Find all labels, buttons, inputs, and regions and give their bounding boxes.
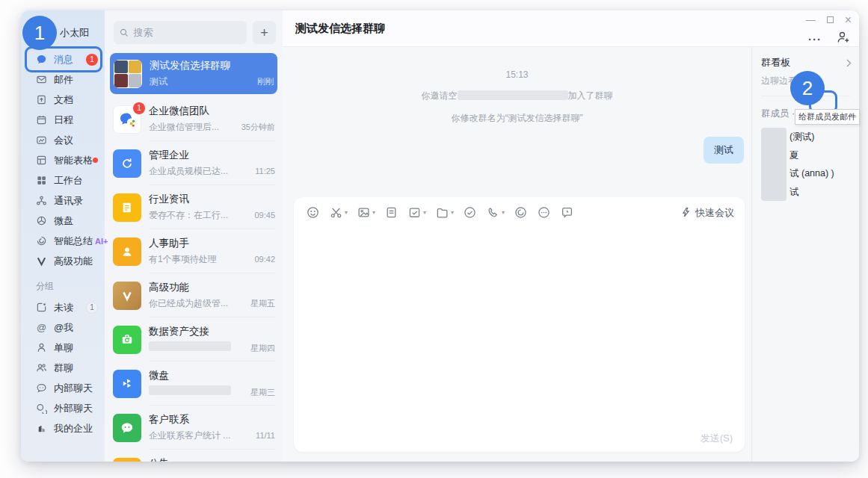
table-icon (36, 155, 47, 166)
call-button[interactable]: ▾ (486, 205, 505, 220)
chat-title: 微盘 (149, 369, 275, 382)
sidebar-item-at-me[interactable]: @ @我 (21, 317, 105, 338)
todo-button[interactable] (463, 205, 477, 220)
meeting-app-button[interactable] (514, 205, 528, 220)
add-member-button[interactable] (837, 31, 850, 47)
chat-list-item-selected[interactable]: 测试发信选择群聊 测试刚刚 (110, 53, 277, 94)
chat-more-button[interactable]: ··· (808, 33, 822, 46)
sidebar-item-label: 高级功能 (54, 255, 93, 268)
sidebar-item-label: 会议 (54, 134, 73, 147)
industry-news-avatar (113, 193, 141, 222)
message-timestamp: 15:13 (283, 69, 751, 80)
chat-list-item-advanced-features[interactable]: 高级功能 你已经成为超级管...星期五 (105, 273, 283, 317)
sidebar-item-drive[interactable]: 微盘 (21, 211, 105, 231)
chat-list-item-industry-news[interactable]: 行业资讯 爱存不存：在工行...09:45 (105, 185, 283, 229)
image-button[interactable]: ▾ (357, 205, 375, 220)
chat-time: 35分钟前 (241, 122, 275, 133)
search-input[interactable] (133, 27, 241, 38)
sidebar-item-internal-chat[interactable]: 内部聊天 (21, 378, 105, 398)
sidebar-item-group-chat[interactable]: 群聊 (21, 358, 105, 378)
chat-preview: 有1个事项待处理 (149, 253, 250, 266)
sidebar-item-advanced[interactable]: 高级功能 (21, 251, 105, 271)
sent-message-bubble[interactable]: 测试 (704, 137, 744, 164)
sidebar-item-unread[interactable]: 未读 1 (21, 297, 105, 317)
caret-down-icon: ▾ (372, 209, 375, 216)
chat-header-title: 测试发信选择群聊 (295, 22, 385, 36)
member-name[interactable]: (测试) (789, 128, 834, 146)
check-circle-icon (463, 205, 477, 220)
at-icon: @ (36, 322, 47, 333)
chat-preview: 企业微信管理后... (149, 121, 237, 134)
advanced-features-avatar (113, 282, 141, 310)
phone-icon (486, 205, 500, 220)
chat-list-item-hr-assistant[interactable]: 人事助手 有1个事项待处理09:42 (105, 229, 283, 273)
sidebar-item-mail[interactable]: 邮件 (21, 69, 105, 90)
emoji-icon (306, 205, 320, 220)
chat-list-item-manage-company[interactable]: 管理企业 企业成员规模已达...11:25 (105, 141, 283, 185)
sidebar-item-docs[interactable]: 文档 (21, 90, 105, 110)
more-circle-icon (537, 205, 551, 220)
chat-title: 行业资讯 (149, 193, 275, 206)
group-avatar (114, 60, 142, 88)
sidebar-item-label: 外部聊天 (54, 402, 93, 415)
screenshot-button[interactable]: ▾ (329, 205, 348, 220)
annotation-marker-2: 2 (790, 71, 825, 105)
sidebar-item-label: 我的企业 (54, 422, 93, 435)
sidebar-item-contacts[interactable]: 通讯录 (21, 190, 105, 211)
chat-preview: 测试 (150, 75, 253, 88)
folder-button[interactable]: ▾ (435, 205, 454, 220)
user-name: 小太阳 (60, 26, 89, 40)
input-toolbar: ▾ ▾ ▾ ▾ ▾ 快速会议 (294, 197, 745, 220)
group-board-row[interactable]: 群看板 (761, 56, 859, 69)
message-input-box[interactable]: ▾ ▾ ▾ ▾ ▾ 快速会议 发送(S) (294, 197, 745, 452)
sidebar-item-label: 群聊 (54, 361, 73, 375)
chat-history-button[interactable] (560, 205, 574, 220)
chat-preview: 爱存不存：在工行... (149, 209, 250, 222)
unread-count-badge: 1 (86, 302, 98, 314)
data-handover-avatar (113, 326, 141, 354)
document-icon (36, 94, 47, 105)
workbench-icon (36, 175, 47, 186)
chat-list-item-customer-contact[interactable]: 客户联系 企业联系客户统计 ...11/11 (105, 406, 283, 450)
add-chat-button[interactable]: + (253, 21, 276, 44)
sidebar-item-external-chat[interactable]: 外部聊天 (21, 398, 105, 418)
close-button[interactable]: × (845, 13, 852, 28)
quick-meeting-label: 快速会议 (695, 206, 734, 220)
chat-list: 测试发信选择群聊 测试刚刚 1 企业微信团队 企业微信管理后...35分钟前 管… (105, 52, 283, 462)
schedule-button[interactable]: ▾ (407, 205, 426, 220)
sidebar-item-workbench[interactable]: 工作台 (21, 170, 105, 190)
sidebar-item-label: 内部聊天 (54, 382, 93, 395)
search-box[interactable] (114, 21, 247, 44)
quick-meeting-button[interactable]: 快速会议 (680, 206, 734, 220)
sidebar-item-label: 通讯录 (54, 194, 83, 208)
member-name[interactable]: 试 (anna) ) (789, 164, 834, 183)
send-button[interactable]: 发送(S) (701, 432, 733, 445)
sidebar-item-single-chat[interactable]: 单聊 (21, 338, 105, 358)
sidebar-item-smart-sheet[interactable]: 智能表格 (21, 150, 105, 170)
chat-list-item-announcement[interactable]: 公告 ss: 你好 (105, 450, 283, 462)
chat-time: 星期三 (250, 387, 275, 398)
sidebar-item-meeting[interactable]: 会议 (21, 130, 105, 150)
chat-list-item-wecom-team[interactable]: 1 企业微信团队 企业微信管理后...35分钟前 (105, 97, 283, 141)
manage-company-avatar (113, 149, 141, 178)
file-button[interactable] (384, 205, 398, 220)
person-add-icon (837, 31, 850, 44)
member-name[interactable]: 试 (789, 183, 834, 202)
maximize-button[interactable] (827, 13, 834, 28)
member-name[interactable]: 夏 (789, 146, 834, 165)
calendar-icon (36, 114, 47, 125)
sidebar-item-my-company[interactable]: 我的企业 (21, 418, 105, 438)
sidebar-item-ai-summary[interactable]: 智能总结 AI+ (21, 231, 105, 251)
caret-down-icon: ▾ (345, 209, 348, 216)
chat-list-panel: + 测试发信选择群聊 测试刚刚 1 企业微信团队 企业微信管理后...35分钟前… (105, 10, 283, 462)
more-tools-button[interactable] (537, 205, 551, 220)
sidebar-item-label: 智能总结 (54, 235, 93, 248)
minimize-button[interactable]: — (806, 13, 816, 28)
emoji-button[interactable] (306, 205, 320, 220)
sidebar-item-calendar[interactable]: 日程 (21, 110, 105, 130)
chat-list-item-data-handover[interactable]: 数据资产交接 星期四 (105, 317, 283, 361)
chat-time: 09:45 (254, 211, 275, 220)
folder-icon (435, 205, 449, 220)
wecom-team-badge: 1 (133, 102, 145, 114)
chat-list-item-drive[interactable]: 微盘 星期三 (105, 361, 283, 406)
